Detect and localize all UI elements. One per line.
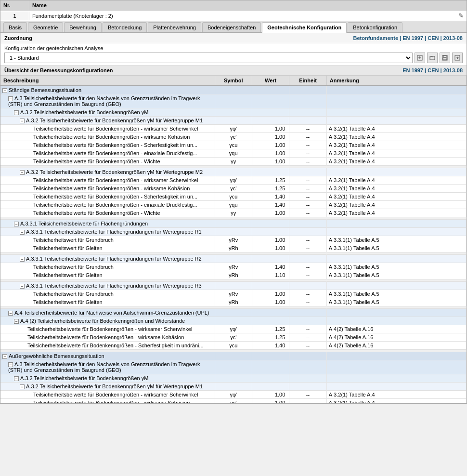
tree-toggle[interactable]: − (20, 170, 25, 175)
cell-beschreibung: A.3.3.1 Teilsicherheitsbeiwerte für Fläc… (20, 221, 148, 226)
cell-beschreibung: A.3.2 Teilsicherheitsbeiwerte für Bodenk… (20, 109, 148, 115)
config-icon-btn-1[interactable] (415, 53, 425, 63)
tree-toggle[interactable]: − (20, 230, 25, 235)
cell-beschreibung: Teilsicherheitsbeiwerte für Bodenkenngrö… (33, 142, 197, 148)
table-row: Teilsicherheitswert für Gleiten γRh 1.00… (0, 244, 467, 252)
header-nr-label: Nr. (0, 0, 29, 10)
td-wert: 1.00 (252, 141, 289, 149)
cell-beschreibung: A.3.3.1 Teilsicherheitsbeiwerte für Fläc… (26, 283, 202, 289)
cell-beschreibung: Teilsicherheitswert für Gleiten (33, 272, 103, 278)
tree-toggle[interactable]: − (2, 354, 7, 359)
td-symbol (215, 383, 252, 391)
td-beschreibung: −A.3.2 Teilsicherheitsbeiwerte für Boden… (0, 383, 215, 391)
tab-basis[interactable]: Basis (3, 22, 27, 32)
overview-info: EN 1997 | CEN | 2013-08 (402, 67, 463, 73)
cell-beschreibung: Teilsicherheitsbeiwerte für Bodenkenngrö… (33, 177, 198, 183)
tab-bewehrung[interactable]: Bewehrung (64, 22, 102, 32)
td-symbol (215, 86, 252, 94)
tree-toggle[interactable]: − (20, 119, 25, 123)
td-wert (252, 168, 289, 176)
td-beschreibung: −A.3.3.1 Teilsicherheitsbeiwerte für Flä… (0, 282, 215, 290)
table-row: Teilsicherheitsbeiwerte für Bodenkenngrö… (0, 133, 467, 141)
table-header-row: Beschreibung Symbol Wert Einheit Anmerku… (0, 76, 467, 86)
td-symbol: γc' (215, 133, 252, 141)
td-anmerkung (326, 255, 466, 263)
tree-toggle[interactable]: − (14, 376, 19, 381)
td-wert: 1.00 (252, 391, 289, 399)
td-beschreibung: Teilsicherheitsbeiwerte für Bodenkenngrö… (0, 125, 215, 133)
cell-beschreibung: A.3.3.1 Teilsicherheitsbeiwerte für Fläc… (26, 229, 202, 235)
td-wert (252, 86, 289, 94)
td-beschreibung: Teilsicherheitsbeiwerte für Bodenkenngrö… (0, 333, 215, 342)
table-row: −A.3.3.1 Teilsicherheitsbeiwerte für Flä… (0, 220, 467, 228)
td-einheit: -- (289, 342, 326, 350)
tab-betonkonfiguration[interactable]: Betonkonfiguration (348, 22, 402, 32)
td-wert (252, 317, 289, 325)
tab-betondeckung[interactable]: Betondeckung (103, 22, 147, 32)
td-einheit (289, 309, 326, 317)
td-wert: 1.10 (252, 271, 289, 279)
td-symbol: γqu (215, 149, 252, 158)
td-anmerkung: A.3.2(1) Tabelle A.4 (326, 399, 466, 404)
tree-toggle[interactable]: − (20, 384, 25, 389)
td-einheit: -- (289, 399, 326, 404)
table-row: −A.3 Teilsicherheitsbeiwerte für den Nac… (0, 94, 467, 108)
td-einheit: -- (289, 158, 326, 166)
td-einheit (289, 360, 326, 374)
tree-toggle[interactable]: − (14, 110, 19, 115)
svg-rect-6 (443, 58, 447, 60)
td-einheit (289, 352, 326, 360)
td-symbol: γqu (215, 201, 252, 209)
col-einheit: Einheit (289, 76, 326, 86)
tab-plattenbewehrung[interactable]: Plattenbewehrung (148, 22, 201, 32)
td-einheit (289, 168, 326, 176)
td-symbol: γφ' (215, 176, 252, 185)
tab-geotechnische-konfiguration[interactable]: Geotechnische Konfiguration (262, 22, 347, 33)
cell-beschreibung: Teilsicherheitsbeiwerte für Bodenkenngrö… (27, 326, 192, 332)
td-beschreibung: Teilsicherheitswert für Gleiten (0, 298, 215, 306)
td-wert (252, 309, 289, 317)
td-wert: 1.00 (252, 399, 289, 404)
tab-bodeneigenschaften[interactable]: Bodeneigenschaften (202, 22, 261, 32)
td-einheit: -- (289, 391, 326, 399)
table-container[interactable]: Beschreibung Symbol Wert Einheit Anmerku… (0, 76, 467, 403)
tree-toggle[interactable]: − (20, 284, 25, 289)
tree-toggle[interactable]: − (8, 96, 13, 101)
td-beschreibung: Teilsicherheitsbeiwerte für Bodenkenngrö… (0, 399, 215, 404)
table-row: Teilsicherheitsbeiwerte für Bodenkenngrö… (0, 158, 467, 166)
td-symbol (215, 360, 252, 374)
tree-toggle[interactable]: − (8, 362, 13, 367)
td-anmerkung (326, 317, 466, 325)
tab-geometrie[interactable]: Geometrie (28, 22, 63, 32)
tree-toggle[interactable]: − (14, 222, 19, 226)
table-row: Teilsicherheitsbeiwerte für Bodenkenngrö… (0, 149, 467, 158)
edit-icon[interactable]: ✎ (458, 12, 464, 19)
td-beschreibung: −Außergewöhnliche Bemessungssituation (0, 352, 215, 360)
config-icon-btn-3[interactable] (440, 53, 450, 63)
table-row: Teilsicherheitsbeiwerte für Bodenkenngrö… (0, 391, 467, 399)
td-wert: 1.00 (252, 298, 289, 306)
config-icon-btn-4[interactable] (452, 53, 463, 63)
td-symbol: γcu (215, 193, 252, 201)
td-anmerkung: A.3.2(1) Tabelle A.4 (326, 185, 466, 193)
td-beschreibung: Teilsicherheitsbeiwerte für Bodenkenngrö… (0, 158, 215, 166)
table-row: Teilsicherheitswert für Grundbruch γRv 1… (0, 236, 467, 244)
td-anmerkung (326, 282, 466, 290)
cell-beschreibung: Teilsicherheitsbeiwerte für Bodenkenngrö… (33, 185, 190, 191)
tree-toggle[interactable]: − (8, 311, 13, 316)
cell-beschreibung: A.3.2 Teilsicherheitsbeiwerte für Bodenk… (26, 118, 203, 123)
data-table: Beschreibung Symbol Wert Einheit Anmerku… (0, 76, 467, 403)
tree-toggle[interactable]: − (14, 319, 19, 324)
td-anmerkung (326, 228, 466, 236)
cell-beschreibung: Teilsicherheitswert für Grundbruch (33, 264, 114, 270)
table-row: −A.3.3.1 Teilsicherheitsbeiwerte für Flä… (0, 282, 467, 290)
table-row: Teilsicherheitswert für Gleiten γRh 1.00… (0, 298, 467, 306)
td-anmerkung: A.3.2(1) Tabelle A.4 (326, 158, 466, 166)
tree-toggle[interactable]: − (2, 88, 7, 93)
config-select[interactable]: 1 - Standard (4, 53, 413, 63)
tree-toggle[interactable]: − (20, 257, 25, 262)
table-row: Teilsicherheitsbeiwerte für Bodenkenngrö… (0, 185, 467, 193)
td-anmerkung (326, 374, 466, 383)
config-icon-btn-2[interactable] (427, 53, 438, 63)
svg-rect-5 (443, 55, 446, 57)
